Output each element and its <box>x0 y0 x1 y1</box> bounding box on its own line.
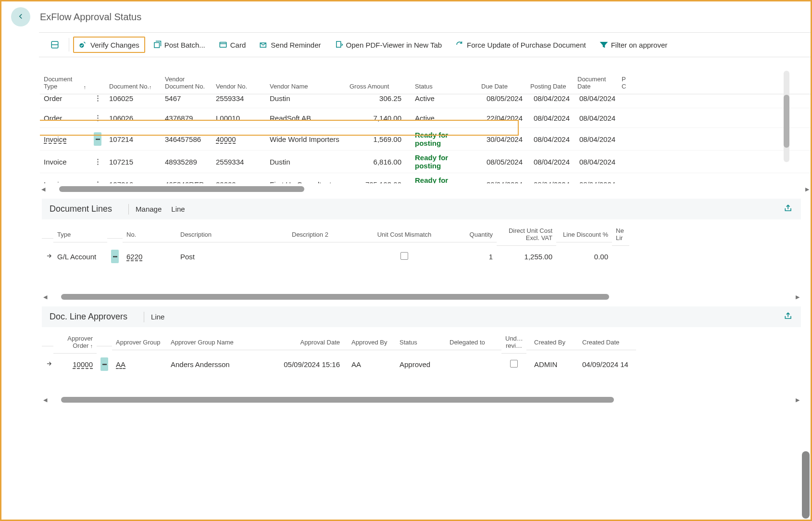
dl-col-desc2[interactable]: Description 2 <box>288 223 368 242</box>
post-batch-button[interactable]: Post Batch... <box>147 37 211 53</box>
cell-doc-no[interactable]: 107214 <box>105 132 161 146</box>
col-gross[interactable]: Gross Amount <box>346 71 405 94</box>
col-doc-date[interactable]: Document Date <box>574 71 618 94</box>
back-button[interactable] <box>11 7 30 26</box>
row-actions-button[interactable] <box>94 94 101 105</box>
ap-h-scrollbar[interactable]: ◀ ▶ <box>42 396 801 404</box>
layout-button[interactable] <box>45 37 65 53</box>
send-reminder-button[interactable]: Send Reminder <box>253 37 326 53</box>
ap-col-order[interactable]: Approver Order <box>53 327 97 354</box>
cell-doc-no[interactable]: 106025 <box>105 94 161 105</box>
cell-vendor-no[interactable]: 20000 <box>212 178 266 184</box>
scroll-right-icon[interactable]: ▶ <box>794 396 801 403</box>
open-pdf-button[interactable]: Open PDF-Viewer in New Tab <box>329 37 448 53</box>
row-actions-button[interactable] <box>100 357 108 371</box>
ap-col-gname[interactable]: Approver Group Name <box>167 331 278 350</box>
col-doc-no[interactable]: Document No. <box>105 71 161 94</box>
approver-row[interactable]: 10000AAAnders Andersson05/09/2024 15:16A… <box>42 354 801 375</box>
ap-col-adate[interactable]: Approval Date <box>278 331 344 350</box>
ap-col-cby[interactable]: Created By <box>526 331 578 350</box>
doc-line-row[interactable]: G/L Account6220Post11,255.000.00 <box>42 246 801 267</box>
dl-cell-mismatch[interactable] <box>368 248 441 265</box>
col-due[interactable]: Due Date <box>477 71 526 94</box>
cell-doc-no[interactable]: 107216 <box>105 178 161 184</box>
cell-doc-type[interactable]: Invoice <box>40 178 90 184</box>
dl-col-net[interactable]: Ne Lir <box>612 219 629 246</box>
doc-lines-manage[interactable]: Manage <box>136 205 162 213</box>
cell-due: 30/04/2024 <box>477 178 526 184</box>
cell-vendor-no[interactable]: 2559334 <box>212 94 266 105</box>
card-button[interactable]: Card <box>213 37 252 53</box>
table-row[interactable]: Order10602554672559334Dustin306.25Active… <box>40 94 811 108</box>
cell-posting: 08/04/2024 <box>526 94 574 105</box>
dl-col-no[interactable]: No. <box>123 223 176 242</box>
row-actions-button[interactable] <box>111 250 119 263</box>
approvers-line[interactable]: Line <box>151 313 164 321</box>
ap-cell-und[interactable] <box>501 356 526 373</box>
filter-approver-button[interactable]: Filter on approver <box>594 37 674 53</box>
row-actions-button[interactable] <box>94 132 101 146</box>
dl-cell-type[interactable]: G/L Account <box>53 249 107 265</box>
grid-body[interactable]: Order10602554672559334Dustin306.25Active… <box>40 94 811 183</box>
cell-gross: 7,140.00 <box>346 111 405 125</box>
dl-col-disc[interactable]: Line Discount % <box>556 223 612 242</box>
scroll-right-icon[interactable]: ▶ <box>804 186 811 192</box>
table-row[interactable]: Invoice107215489352892559334Dustin6,816.… <box>40 151 811 173</box>
col-vendor-name[interactable]: Vendor Name <box>266 71 346 94</box>
scroll-left-icon[interactable]: ◀ <box>42 396 49 403</box>
cell-vendor-no[interactable]: 40000 <box>212 132 266 146</box>
cell-doc-type[interactable]: Invoice <box>40 132 90 146</box>
verify-changes-button[interactable]: Verify Changes <box>73 37 145 53</box>
grid-h-scrollbar[interactable]: ◀ ▶ <box>40 185 811 193</box>
ap-cell-group[interactable]: AA <box>112 356 167 372</box>
row-actions-button[interactable] <box>94 155 101 168</box>
cell-vendor-no[interactable]: 2559334 <box>212 155 266 169</box>
cell-doc-no[interactable]: 107215 <box>105 155 161 169</box>
dl-col-direct[interactable]: Direct Unit Cost Excl. VAT <box>497 219 556 246</box>
cell-doc-no[interactable]: 106026 <box>105 111 161 125</box>
col-vendor-doc-no[interactable]: Vendor Document No. <box>161 71 212 94</box>
row-actions-button[interactable] <box>94 178 101 183</box>
ap-col-cdate[interactable]: Created Date <box>578 331 636 350</box>
dl-col-type[interactable]: Type <box>53 223 107 242</box>
ap-col-by[interactable]: Approved By <box>344 331 396 350</box>
approvers-share-button[interactable] <box>784 311 793 322</box>
ap-cell-order[interactable]: 10000 <box>53 356 97 372</box>
cell-status: Ready for posting <box>405 151 477 173</box>
cell-posting: 08/04/2024 <box>526 155 574 169</box>
cell-doc-type[interactable]: Order <box>40 111 90 125</box>
doc-lines-share-button[interactable] <box>784 203 793 215</box>
ap-col-und[interactable]: Und… revi… <box>501 327 526 354</box>
col-extra[interactable]: P C <box>618 71 632 94</box>
page-v-scrollbar[interactable] <box>802 451 810 519</box>
dl-h-scrollbar[interactable]: ◀ ▶ <box>42 293 801 301</box>
col-status[interactable]: Status <box>405 71 477 94</box>
col-vendor-no[interactable]: Vendor No. <box>212 71 266 94</box>
dl-col-desc[interactable]: Description <box>176 223 288 242</box>
col-doc-type[interactable]: Document Type <box>40 71 90 94</box>
cell-doc-date: 08/04/2024 <box>574 94 618 105</box>
table-row[interactable]: Invoice10721434645758640000Wide World Im… <box>40 128 811 151</box>
dl-cell-no[interactable]: 6220 <box>123 249 176 265</box>
scroll-right-icon[interactable]: ▶ <box>794 293 801 300</box>
cell-doc-type[interactable]: Invoice <box>40 155 90 169</box>
table-row[interactable]: Invoice107216465346REP20000First Up Cons… <box>40 173 811 183</box>
cell-vendor-no[interactable]: L00010 <box>212 111 266 125</box>
ap-col-deleg[interactable]: Delegated to <box>446 331 501 350</box>
table-row[interactable]: Order1060264376879L00010ReadSoft AB7,140… <box>40 108 811 128</box>
col-posting[interactable]: Posting Date <box>526 71 574 94</box>
row-actions-button[interactable] <box>94 111 101 125</box>
verify-label: Verify Changes <box>90 41 139 49</box>
scroll-left-icon[interactable]: ◀ <box>42 293 49 300</box>
dl-col-qty[interactable]: Quantity <box>441 223 497 242</box>
cell-doc-type[interactable]: Order <box>40 94 90 105</box>
grid-v-scrollbar[interactable] <box>784 71 789 162</box>
force-update-button[interactable]: Force Update of Purchase Document <box>450 37 592 53</box>
ap-col-status[interactable]: Status <box>396 331 446 350</box>
doc-lines-line[interactable]: Line <box>171 205 185 213</box>
dl-col-mismatch[interactable]: Unit Cost Mismatch <box>368 223 441 242</box>
scroll-left-icon[interactable]: ◀ <box>40 186 47 192</box>
svg-rect-3 <box>220 42 226 48</box>
cell-gross: 1,569.00 <box>346 132 405 146</box>
ap-col-group[interactable]: Approver Group <box>112 331 167 350</box>
